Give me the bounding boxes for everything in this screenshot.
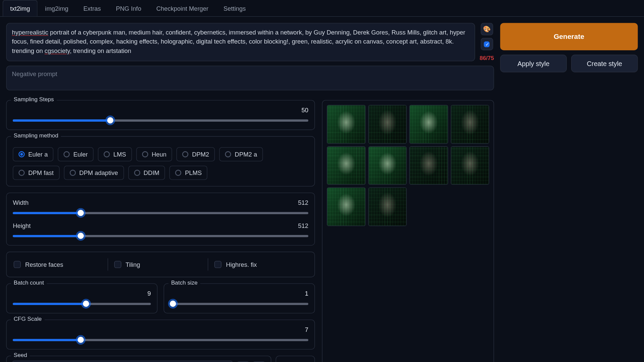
sampler-ddim[interactable]: DDIM	[128, 166, 165, 180]
sampler-lms[interactable]: LMS	[98, 147, 132, 161]
sampling-steps-label: Sampling Steps	[11, 96, 57, 103]
tab-checkpoint-merger[interactable]: Checkpoint Merger	[149, 0, 216, 16]
tiling-check[interactable]: Tiling	[107, 258, 208, 271]
tab-settings[interactable]: Settings	[216, 0, 253, 16]
sampling-steps-value: 50	[302, 107, 308, 114]
sampler-dpm2[interactable]: DPM2	[176, 147, 215, 161]
cfg-scale-panel: CFG Scale 7	[6, 319, 315, 349]
highres-fix-check[interactable]: Highres. fix	[208, 258, 308, 271]
tab-txt2img[interactable]: txt2img	[3, 0, 38, 16]
interrogate-button[interactable]: 🎨	[481, 23, 493, 35]
gallery-thumb[interactable]	[327, 146, 365, 185]
gallery-thumb[interactable]	[450, 105, 489, 143]
apply-style-button[interactable]: Apply style	[500, 55, 567, 72]
gallery-thumb[interactable]	[368, 105, 407, 143]
batch-size-value: 1	[305, 290, 308, 297]
sampling-method-panel: Sampling method Euler a Euler LMS Heun D…	[6, 136, 315, 186]
gallery-thumb[interactable]	[368, 187, 407, 226]
cfg-scale-slider[interactable]	[13, 337, 308, 343]
width-label: Width	[13, 199, 29, 206]
sampling-steps-panel: Sampling Steps 50	[6, 100, 315, 130]
palette-icon: 🎨	[483, 25, 490, 33]
width-slider[interactable]	[13, 210, 308, 216]
sampler-heun[interactable]: Heun	[136, 147, 172, 161]
height-slider[interactable]	[13, 233, 308, 239]
gallery-thumb[interactable]	[450, 146, 489, 185]
options-panel: Restore faces Tiling Highres. fix	[6, 252, 315, 277]
cfg-scale-value: 7	[305, 326, 308, 333]
sampling-steps-slider[interactable]	[13, 117, 308, 123]
token-counter: 86/75	[480, 55, 494, 61]
generate-button[interactable]: Generate	[500, 23, 638, 50]
seed-extra-check[interactable]: Extra	[276, 356, 315, 362]
seed-input[interactable]: -1	[12, 361, 233, 362]
batch-count-panel: Batch count 9	[6, 284, 157, 313]
sampler-dpm2a[interactable]: DPM2 a	[219, 147, 263, 161]
tab-extras[interactable]: Extras	[76, 0, 108, 16]
check-icon	[484, 41, 490, 47]
restore-faces-check[interactable]: Restore faces	[13, 258, 107, 271]
gallery-thumb[interactable]	[368, 146, 407, 185]
batch-count-slider[interactable]	[13, 301, 151, 307]
sampler-dpm-adaptive[interactable]: DPM adaptive	[64, 166, 124, 180]
create-style-button[interactable]: Create style	[571, 55, 638, 72]
sampling-method-label: Sampling method	[11, 132, 61, 139]
negative-prompt-input[interactable]: Negative prompt	[6, 66, 494, 90]
sampler-plms[interactable]: PLMS	[169, 166, 207, 180]
seed-panel: Seed -1 🎲 ♻	[6, 356, 271, 362]
prompt-input[interactable]: hyperrealistic portrait of a cyberpunk m…	[6, 23, 475, 61]
dimensions-panel: Width512 Height512	[6, 193, 315, 246]
sampler-euler[interactable]: Euler	[58, 147, 94, 161]
batch-count-value: 9	[147, 290, 151, 297]
sampler-euler-a[interactable]: Euler a	[13, 147, 53, 161]
batch-size-panel: Batch size 1	[164, 284, 315, 313]
read-params-button[interactable]	[481, 38, 493, 50]
height-value: 512	[298, 222, 308, 229]
gallery-thumb[interactable]	[327, 187, 365, 226]
height-label: Height	[13, 222, 31, 229]
sampler-dpm-fast[interactable]: DPM fast	[13, 166, 59, 180]
gallery-thumb[interactable]	[409, 105, 448, 143]
main-tabs: txt2img img2img Extras PNG Info Checkpoi…	[0, 0, 644, 17]
gallery-thumb[interactable]	[409, 146, 448, 185]
tab-png-info[interactable]: PNG Info	[108, 0, 149, 16]
tab-img2img[interactable]: img2img	[38, 0, 76, 16]
width-value: 512	[298, 199, 308, 206]
batch-size-slider[interactable]	[170, 301, 309, 307]
gallery-thumb[interactable]	[327, 105, 365, 143]
output-gallery	[322, 100, 494, 362]
